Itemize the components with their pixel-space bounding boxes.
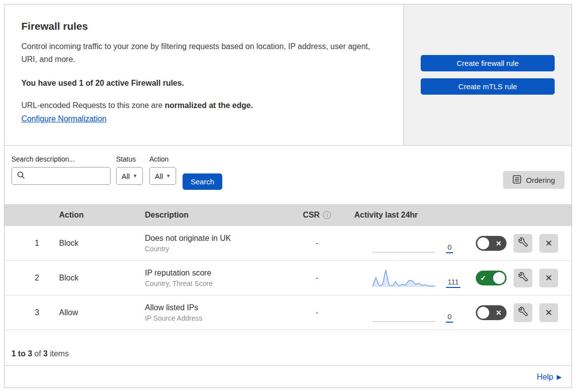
- arrow-right-icon: ▶: [557, 373, 562, 381]
- normalization-bold: normalized at the edge.: [165, 101, 253, 110]
- rule-description-cell: IP reputation score Country, Threat Scor…: [136, 269, 295, 287]
- rule-description: Allow listed IPs: [145, 303, 295, 312]
- column-action: Action: [49, 211, 136, 220]
- check-icon: ✓: [480, 274, 486, 282]
- rule-controls: ✓ ✕ ✕: [467, 303, 572, 322]
- filter-bar: Search description... Status All ▼ Actio…: [4, 146, 572, 204]
- rule-description: IP reputation score: [145, 269, 295, 278]
- x-icon: ✕: [496, 309, 502, 317]
- edit-rule-button[interactable]: [513, 234, 532, 253]
- delete-rule-button[interactable]: ✕: [539, 303, 558, 322]
- page-description: Control incoming traffic to your zone by…: [21, 40, 376, 65]
- status-select[interactable]: All ▼: [116, 167, 143, 185]
- rule-action: Block: [49, 239, 136, 248]
- rule-csr: -: [295, 239, 339, 248]
- rule-priority: 1: [4, 239, 49, 248]
- action-filter-group: Action All ▼: [149, 155, 176, 185]
- configure-normalization-link[interactable]: Configure Normalization: [21, 114, 107, 123]
- column-activity: Activity last 24hr: [339, 211, 467, 220]
- rule-activity-cell: 0: [339, 226, 467, 260]
- delete-rule-button[interactable]: ✕: [539, 269, 558, 287]
- range-text: 1 to 3: [11, 349, 32, 358]
- chevron-down-icon: ▼: [166, 173, 171, 178]
- x-icon: ✕: [496, 239, 502, 247]
- rule-fields: Country, Threat Score: [145, 280, 295, 287]
- toggle-knob: [477, 237, 489, 249]
- table-header: Action Description CSR i Activity last 2…: [4, 204, 572, 226]
- action-select[interactable]: All ▼: [149, 167, 176, 185]
- activity-sparkline: [372, 233, 436, 254]
- rule-enabled-toggle[interactable]: ✓ ✕: [476, 271, 507, 285]
- column-csr-label: CSR: [303, 211, 320, 220]
- header-text-panel: Firewall rules Control incoming traffic …: [4, 4, 403, 145]
- close-icon: ✕: [545, 238, 552, 249]
- rule-activity-cell: 111: [339, 261, 467, 295]
- header-section: Firewall rules Control incoming traffic …: [4, 4, 572, 146]
- firewall-rules-card: Firewall rules Control incoming traffic …: [4, 4, 572, 388]
- rule-activity-cell: 0: [339, 295, 467, 330]
- rule-action: Allow: [49, 308, 136, 317]
- rule-priority: 2: [4, 274, 49, 282]
- toggle-knob: [493, 272, 505, 284]
- wrench-icon: [518, 272, 528, 284]
- create-firewall-rule-button[interactable]: Create firewall rule: [421, 55, 555, 71]
- activity-count-link[interactable]: 111: [446, 278, 460, 288]
- edit-rule-button[interactable]: [513, 269, 532, 287]
- rule-description: Does not originate in UK: [145, 234, 295, 243]
- rule-fields: Country: [145, 245, 295, 253]
- rule-fields: IP Source Address: [145, 314, 295, 322]
- activity-sparkline: [372, 302, 436, 323]
- help-row: Help ▶: [4, 366, 572, 388]
- status-label: Status: [116, 155, 143, 163]
- pagination-summary: 1 to 3 of 3 items: [4, 330, 572, 366]
- rule-description-cell: Allow listed IPs IP Source Address: [136, 303, 295, 322]
- table-row: 1 Block Does not originate in UK Country…: [4, 226, 572, 261]
- rule-enabled-toggle[interactable]: ✓ ✕: [476, 305, 507, 320]
- rule-controls: ✓ ✕ ✕: [467, 269, 572, 287]
- help-label: Help: [537, 373, 553, 382]
- close-icon: ✕: [545, 273, 552, 283]
- list-icon: [512, 175, 521, 185]
- rule-controls: ✓ ✕ ✕: [467, 234, 572, 253]
- search-input[interactable]: [11, 167, 111, 185]
- activity-count-link[interactable]: 0: [446, 243, 453, 253]
- table-row: 2 Block IP reputation score Country, Thr…: [4, 261, 572, 295]
- rule-action: Block: [49, 274, 136, 282]
- search-button[interactable]: Search: [183, 173, 222, 190]
- rule-enabled-toggle[interactable]: ✓ ✕: [476, 236, 507, 251]
- toggle-knob: [477, 307, 489, 319]
- search-icon: [17, 171, 25, 181]
- activity-sparkline: [372, 268, 436, 288]
- activity-count-link[interactable]: 0: [446, 312, 453, 323]
- help-link[interactable]: Help ▶: [537, 373, 562, 382]
- page-title: Firewall rules: [21, 20, 384, 32]
- header-actions-panel: Create firewall rule Create mTLS rule: [403, 4, 572, 145]
- action-label: Action: [149, 155, 176, 163]
- column-csr: CSR i: [295, 211, 339, 220]
- normalization-prefix: URL-encoded Requests to this zone are: [21, 101, 165, 110]
- status-filter-group: Status All ▼: [116, 155, 143, 185]
- rule-description-cell: Does not originate in UK Country: [136, 234, 295, 253]
- close-icon: ✕: [545, 307, 552, 318]
- wrench-icon: [518, 237, 528, 249]
- chevron-down-icon: ▼: [133, 173, 137, 178]
- search-label: Search description...: [11, 155, 111, 163]
- table-row: 3 Allow Allow listed IPs IP Source Addre…: [4, 295, 572, 330]
- ordering-button-label: Ordering: [526, 176, 555, 184]
- delete-rule-button[interactable]: ✕: [539, 234, 558, 253]
- action-selected-value: All: [155, 172, 163, 180]
- rule-csr: -: [295, 308, 339, 317]
- total-text: 3: [43, 349, 48, 358]
- edit-rule-button[interactable]: [513, 303, 532, 322]
- rule-priority: 3: [4, 308, 49, 317]
- of-text: of: [34, 349, 41, 358]
- search-group: Search description...: [11, 155, 111, 185]
- status-selected-value: All: [122, 172, 130, 180]
- ordering-button[interactable]: Ordering: [503, 171, 565, 189]
- column-description: Description: [136, 211, 295, 220]
- create-mtls-rule-button[interactable]: Create mTLS rule: [421, 78, 555, 95]
- normalization-line: URL-encoded Requests to this zone are no…: [21, 101, 384, 110]
- info-icon[interactable]: i: [323, 211, 331, 219]
- wrench-icon: [518, 307, 528, 319]
- items-text: items: [50, 349, 68, 358]
